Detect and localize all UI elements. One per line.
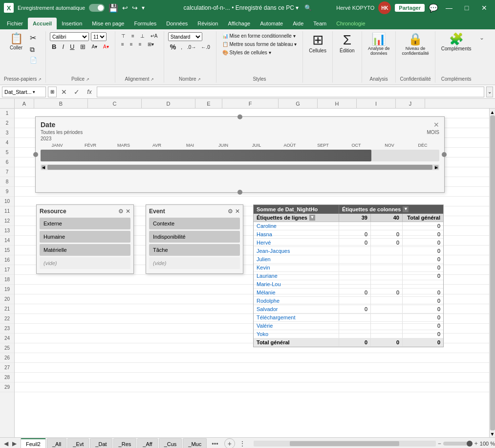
fill-color-btn[interactable]: A▾	[89, 43, 99, 50]
bold-btn[interactable]: B	[50, 42, 58, 51]
coller-special-btn[interactable]: 📄	[28, 56, 39, 65]
save-icon[interactable]: 💾	[108, 3, 118, 13]
row-24[interactable]: 24	[0, 334, 14, 343]
analyse-btn[interactable]: 📊 Analyse dedonnées	[366, 32, 392, 57]
zoom-in-btn[interactable]: +	[474, 440, 478, 447]
name-box-expand-btn[interactable]: ⊞	[48, 87, 57, 97]
row-28[interactable]: 28	[0, 373, 14, 382]
tab-feuil2[interactable]: Feuil2	[21, 438, 46, 448]
col-e[interactable]: E	[195, 99, 222, 108]
timeline-bar-container[interactable]	[41, 150, 439, 161]
row-22[interactable]: 22	[0, 314, 14, 324]
tab-chronologie[interactable]: Chronologie	[331, 18, 370, 29]
col-g[interactable]: G	[279, 99, 318, 108]
edition-btn[interactable]: Σ Édition	[337, 32, 357, 54]
pivot-data-row[interactable]: Hasna000	[254, 230, 443, 239]
timeline-month-jul[interactable]: JUIL	[240, 143, 273, 148]
font-family-select[interactable]: Calibri	[50, 32, 89, 41]
tab-insertion[interactable]: Insertion	[57, 18, 87, 29]
redo-icon[interactable]: ↪	[132, 4, 138, 12]
row-4[interactable]: 4	[0, 138, 14, 148]
row-19[interactable]: 19	[0, 285, 14, 294]
align-center-btn[interactable]: ≡	[128, 41, 135, 48]
col-c[interactable]: C	[88, 99, 142, 108]
row-1[interactable]: 1	[0, 109, 14, 118]
pivot-data-row[interactable]: Julien0	[254, 255, 443, 264]
timeline-month-sep[interactable]: SEPT	[306, 143, 340, 148]
pivot-data-row[interactable]: Salvador00	[254, 305, 443, 314]
row-14[interactable]: 14	[0, 236, 14, 246]
row-17[interactable]: 17	[0, 265, 14, 275]
row-5[interactable]: 5	[0, 148, 14, 157]
timeline-month-aug[interactable]: AOÛT	[273, 143, 306, 148]
pivot-data-row[interactable]: Mélanie000	[254, 289, 443, 297]
name-box[interactable]: Dat_Start...▾	[2, 87, 46, 97]
tab-formules[interactable]: Formules	[129, 18, 161, 29]
sheet-nav-left[interactable]: ◀	[4, 440, 8, 447]
tab-aide[interactable]: Aide	[288, 18, 308, 29]
more-sheets-btn[interactable]: •••	[208, 440, 222, 448]
timeline-scrollbar-thumb[interactable]	[47, 165, 432, 170]
row-23[interactable]: 23	[0, 324, 14, 334]
thousands-btn[interactable]: ,	[179, 44, 184, 51]
pivot-data-row[interactable]: Total général000	[254, 338, 443, 347]
cell-styles-btn[interactable]: 🎨 Styles de cellules ▾	[220, 49, 273, 56]
formula-input[interactable]	[97, 87, 484, 97]
slicer-item-indisponibilite[interactable]: Indisponibilité	[149, 231, 240, 243]
slicer-item-vide-event[interactable]: (vide)	[149, 257, 240, 269]
pivot-data-row[interactable]: Jean-Jacques0	[254, 247, 443, 255]
slicer-item-tache[interactable]: Tâche	[149, 244, 240, 256]
complements-btn[interactable]: 🧩 Compléments	[439, 32, 473, 52]
slicer-item-humaine[interactable]: Humaine	[40, 231, 130, 243]
timeline-month-dec[interactable]: DÉC	[406, 143, 439, 148]
tab-evt[interactable]: _Evt	[67, 438, 89, 448]
autosave-toggle[interactable]	[89, 4, 105, 12]
zoom-slider[interactable]	[443, 442, 473, 446]
vertical-scrollbar[interactable]: ▲ ▼	[489, 109, 495, 437]
col-f[interactable]: F	[222, 99, 279, 108]
row-27[interactable]: 27	[0, 363, 14, 373]
col-h[interactable]: H	[318, 99, 357, 108]
slicer-item-contexte[interactable]: Contexte	[149, 218, 240, 229]
row-3[interactable]: 3	[0, 128, 14, 138]
align-left-btn[interactable]: ≡	[119, 41, 126, 48]
col-b[interactable]: B	[34, 99, 88, 108]
insert-function-btn[interactable]: fx	[84, 87, 95, 97]
scroll-up-btn[interactable]: ▲	[490, 110, 495, 114]
timeline-resize-left[interactable]	[33, 152, 38, 157]
font-size-select[interactable]: 11	[91, 32, 107, 41]
user-avatar[interactable]: HK	[378, 1, 391, 14]
ribbon-expand-btn[interactable]: ⌄	[477, 33, 486, 42]
merge-btn[interactable]: ⊞▾	[146, 41, 156, 48]
timeline-month-nov[interactable]: NOV	[373, 143, 406, 148]
pivot-data-row[interactable]: Téléchargement0	[254, 314, 443, 322]
tab-aff[interactable]: _Aff	[137, 438, 157, 448]
pivot-data-row[interactable]: Lauriane0	[254, 272, 443, 280]
pivot-row-dropdown[interactable]: ▼	[309, 215, 315, 221]
timeline-month-mar[interactable]: MARS	[107, 143, 140, 148]
tab-all[interactable]: _All	[47, 438, 66, 448]
tab-mise-en-page[interactable]: Mise en page	[87, 18, 129, 29]
zoom-slider-thumb[interactable]	[467, 441, 473, 447]
add-sheet-btn[interactable]: +	[224, 438, 235, 448]
coller-btn[interactable]: 📋 Coller	[6, 32, 26, 51]
border-btn[interactable]: ⊞	[78, 42, 87, 51]
confidentialite-btn[interactable]: 🔒 Niveau deconfidentialité	[400, 32, 431, 57]
customize-icon[interactable]: ▾	[142, 4, 145, 11]
timeline-resize-right[interactable]	[442, 152, 447, 157]
slicer-resource[interactable]: Resource ⚙ ✕ Externe Humaine Matérielle …	[36, 204, 134, 274]
increase-decimal-btn[interactable]: .0→	[185, 44, 198, 51]
undo-icon[interactable]: ↩	[122, 4, 128, 12]
timeline-arrow-right[interactable]: ▶	[434, 165, 438, 169]
tab-muc[interactable]: _Muc	[183, 438, 207, 448]
align-top-btn[interactable]: ⊤	[119, 32, 128, 40]
pivot-col-dropdown[interactable]: ▼	[403, 206, 409, 212]
sheet-scrollbar-thumb[interactable]	[290, 441, 399, 446]
row-20[interactable]: 20	[0, 294, 14, 304]
tab-fichier[interactable]: Fichier	[2, 18, 28, 29]
timeline-month-may[interactable]: MAI	[173, 143, 207, 148]
cellules-btn[interactable]: ⊞ Cellules	[307, 32, 328, 54]
zoom-level[interactable]: 100 %	[480, 441, 495, 447]
sheet-options-btn[interactable]: ⋮	[237, 438, 248, 448]
timeline-month-jan[interactable]: JANV	[41, 143, 74, 148]
